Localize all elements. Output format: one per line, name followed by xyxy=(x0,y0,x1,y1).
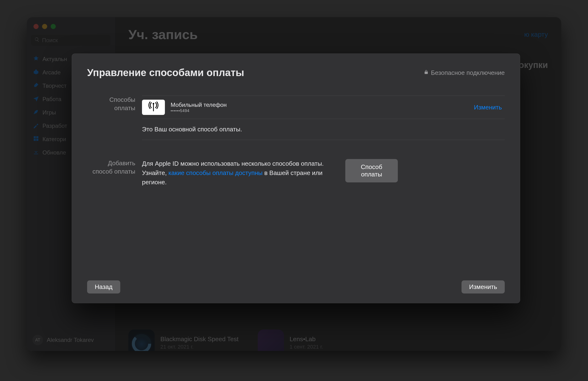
svg-point-2 xyxy=(153,103,154,105)
back-button[interactable]: Назад xyxy=(87,280,120,293)
primary-method-note: Это Ваш основной способ оплаты. xyxy=(142,119,505,140)
payment-methods-label: Способы оплаты xyxy=(87,95,142,140)
add-method-label: Добавить способ оплаты xyxy=(87,159,142,187)
done-button[interactable]: Изменить xyxy=(462,280,505,293)
payment-method-mask: ••••••5494 xyxy=(171,109,227,113)
available-methods-link[interactable]: какие способы оплаты доступны xyxy=(168,169,262,176)
modal-title: Управление способами оплаты xyxy=(87,67,418,78)
payment-method-name: Мобильный телефон xyxy=(171,102,227,108)
lock-icon xyxy=(424,69,429,76)
add-method-button[interactable]: Способ оплаты xyxy=(345,159,398,182)
secure-text: Безопасное подключение xyxy=(431,69,505,76)
payment-methods-modal: Управление способами оплаты Безопасное п… xyxy=(72,53,520,303)
mobile-carrier-icon xyxy=(142,100,165,115)
edit-method-link[interactable]: Изменить xyxy=(474,104,505,111)
secure-connection-label: Безопасное подключение xyxy=(424,69,505,76)
add-method-description: Для Apple ID можно использовать нескольк… xyxy=(142,159,338,187)
payment-method-row: Мобильный телефон ••••••5494 Изменить xyxy=(142,96,505,119)
